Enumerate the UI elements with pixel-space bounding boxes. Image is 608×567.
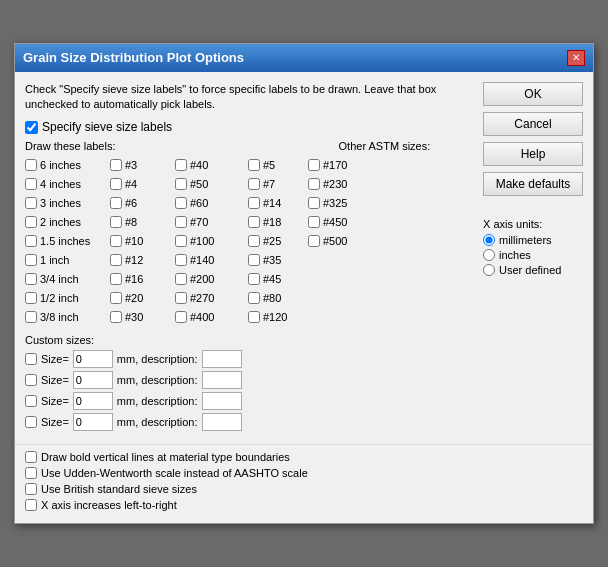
cancel-button[interactable]: Cancel xyxy=(483,112,583,136)
radio-millimeters[interactable] xyxy=(483,234,495,246)
cb-20[interactable] xyxy=(110,292,122,304)
size-input-3[interactable] xyxy=(73,392,113,410)
left-panel: Check "Specify sieve size labels" to for… xyxy=(25,82,475,435)
label-6inches: 6 inches xyxy=(40,159,81,171)
cb-100[interactable] xyxy=(175,235,187,247)
cb-1p5inches[interactable] xyxy=(25,235,37,247)
label-2inches: 2 inches xyxy=(40,216,81,228)
label-1/2inch: 1/2 inch xyxy=(40,292,79,304)
cb-400[interactable] xyxy=(175,311,187,323)
check-325: #325 xyxy=(308,194,363,212)
specify-label[interactable]: Specify sieve size labels xyxy=(42,120,172,134)
check-70: #70 xyxy=(175,213,240,231)
radio-user-defined[interactable] xyxy=(483,264,495,276)
cb-12[interactable] xyxy=(110,254,122,266)
desc-input-2[interactable] xyxy=(202,371,242,389)
bottom-checks: Draw bold vertical lines at material typ… xyxy=(15,444,593,523)
other-astm-text: Other ASTM sizes: xyxy=(339,140,431,152)
desc-input-1[interactable] xyxy=(202,350,242,368)
cb-35[interactable] xyxy=(248,254,260,266)
cb-british[interactable] xyxy=(25,483,37,495)
cb-120[interactable] xyxy=(248,311,260,323)
cb-5[interactable] xyxy=(248,159,260,171)
custom-row-2: Size= mm, description: xyxy=(25,371,475,389)
cb-270[interactable] xyxy=(175,292,187,304)
check-16: #16 xyxy=(110,270,175,288)
specify-checkbox[interactable] xyxy=(25,121,38,134)
cb-3/4inch[interactable] xyxy=(25,273,37,285)
check-120: #120 xyxy=(248,308,308,326)
cb-10[interactable] xyxy=(110,235,122,247)
cb-6[interactable] xyxy=(110,197,122,209)
check-270: #270 xyxy=(175,289,240,307)
label-1inch: 1 inch xyxy=(40,254,69,266)
description-text: Check "Specify sieve size labels" to for… xyxy=(25,82,475,113)
defaults-button[interactable]: Make defaults xyxy=(483,172,583,196)
cb-60[interactable] xyxy=(175,197,187,209)
check-200: #200 xyxy=(175,270,240,288)
cb-30[interactable] xyxy=(110,311,122,323)
custom-cb-1[interactable] xyxy=(25,353,37,365)
desc-input-4[interactable] xyxy=(202,413,242,431)
check-50: #50 xyxy=(175,175,240,193)
cb-25[interactable] xyxy=(248,235,260,247)
cb-1inch[interactable] xyxy=(25,254,37,266)
cb-140[interactable] xyxy=(175,254,187,266)
cb-40[interactable] xyxy=(175,159,187,171)
cb-8[interactable] xyxy=(110,216,122,228)
help-button[interactable]: Help xyxy=(483,142,583,166)
cb-xaxis[interactable] xyxy=(25,499,37,511)
cb-200[interactable] xyxy=(175,273,187,285)
cb-4inches[interactable] xyxy=(25,178,37,190)
label-inches[interactable]: inches xyxy=(499,249,531,261)
cb-2inches[interactable] xyxy=(25,216,37,228)
cb-3/8inch[interactable] xyxy=(25,311,37,323)
cb-6inches[interactable] xyxy=(25,159,37,171)
cb-udden[interactable] xyxy=(25,467,37,479)
size-input-1[interactable] xyxy=(73,350,113,368)
check-3: #3 xyxy=(110,156,175,174)
cb-3[interactable] xyxy=(110,159,122,171)
check-140: #140 xyxy=(175,251,240,269)
size-input-2[interactable] xyxy=(73,371,113,389)
mm-desc-label-1: mm, description: xyxy=(117,353,198,365)
check-20: #20 xyxy=(110,289,175,307)
cb-45[interactable] xyxy=(248,273,260,285)
cb-500[interactable] xyxy=(308,235,320,247)
ok-button[interactable]: OK xyxy=(483,82,583,106)
check-35: #35 xyxy=(248,251,308,269)
cb-18[interactable] xyxy=(248,216,260,228)
cb-325[interactable] xyxy=(308,197,320,209)
desc-input-3[interactable] xyxy=(202,392,242,410)
label-user-defined[interactable]: User defined xyxy=(499,264,561,276)
cb-170[interactable] xyxy=(308,159,320,171)
radio-inches[interactable] xyxy=(483,249,495,261)
cb-230[interactable] xyxy=(308,178,320,190)
check-12: #12 xyxy=(110,251,175,269)
cb-7[interactable] xyxy=(248,178,260,190)
cb-16[interactable] xyxy=(110,273,122,285)
custom-cb-4[interactable] xyxy=(25,416,37,428)
check-1inch: 1 inch xyxy=(25,251,110,269)
custom-cb-3[interactable] xyxy=(25,395,37,407)
other-col1: #5 #7 #14 #18 #25 #35 #45 #80 #120 xyxy=(248,156,308,326)
cb-bold-lines[interactable] xyxy=(25,451,37,463)
cb-80[interactable] xyxy=(248,292,260,304)
check-170: #170 xyxy=(308,156,363,174)
cb-70[interactable] xyxy=(175,216,187,228)
check-80: #80 xyxy=(248,289,308,307)
cb-450[interactable] xyxy=(308,216,320,228)
radio-user: User defined xyxy=(483,264,583,276)
cb-50[interactable] xyxy=(175,178,187,190)
label-3/4inch: 3/4 inch xyxy=(40,273,79,285)
cb-4[interactable] xyxy=(110,178,122,190)
custom-cb-2[interactable] xyxy=(25,374,37,386)
close-button[interactable]: ✕ xyxy=(567,50,585,66)
label-millimeters[interactable]: millimeters xyxy=(499,234,552,246)
cb-14[interactable] xyxy=(248,197,260,209)
check-3/4inch: 3/4 inch xyxy=(25,270,110,288)
cb-1/2inch[interactable] xyxy=(25,292,37,304)
check-6: #6 xyxy=(110,194,175,212)
size-input-4[interactable] xyxy=(73,413,113,431)
cb-3inches[interactable] xyxy=(25,197,37,209)
